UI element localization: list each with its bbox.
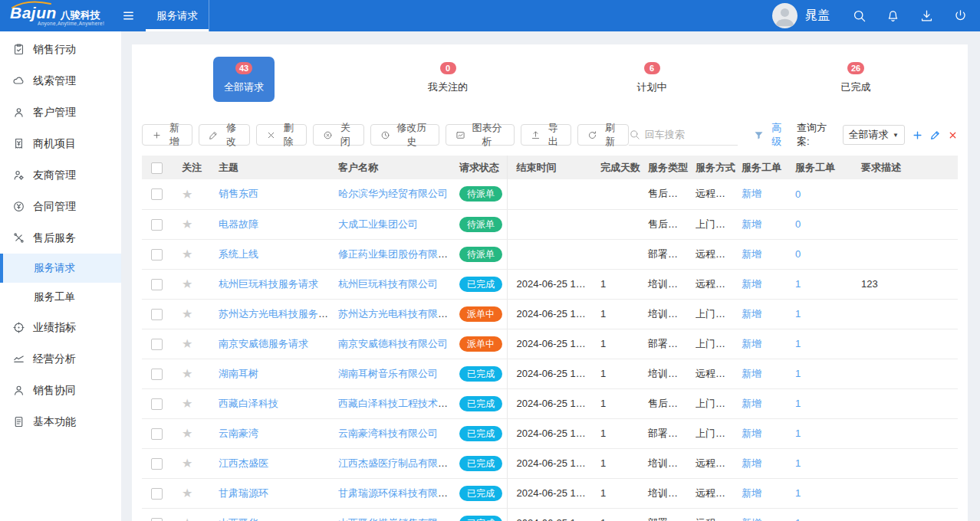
- select-all-checkbox[interactable]: [151, 162, 163, 174]
- toolbar-button-6[interactable]: 导出: [521, 124, 571, 146]
- star-icon[interactable]: ★: [182, 457, 192, 470]
- order-add-link[interactable]: 新增: [742, 428, 761, 439]
- order-add-link[interactable]: 新增: [742, 517, 761, 521]
- username[interactable]: 晁盖: [805, 8, 830, 24]
- star-icon[interactable]: ★: [182, 218, 192, 231]
- sidebar-item-10[interactable]: 基本功能: [0, 406, 121, 437]
- row-checkbox[interactable]: [151, 428, 163, 440]
- topic-link[interactable]: 南京安威德服务请求: [219, 338, 308, 349]
- star-icon[interactable]: ★: [182, 307, 192, 320]
- row-checkbox[interactable]: [151, 518, 163, 521]
- sidebar-item-6[interactable]: 售后服务: [0, 222, 121, 254]
- order-count-link[interactable]: 1: [795, 517, 801, 521]
- row-checkbox[interactable]: [151, 488, 163, 500]
- avatar[interactable]: [772, 3, 797, 28]
- delete-scheme-icon[interactable]: [948, 130, 958, 140]
- request-tab-1[interactable]: 0我关注的: [346, 57, 550, 110]
- power-icon[interactable]: [952, 8, 968, 24]
- add-scheme-icon[interactable]: [912, 129, 923, 141]
- menu-toggle-icon[interactable]: [115, 0, 141, 31]
- topic-link[interactable]: 苏州达方光电科技服务请求: [219, 308, 329, 319]
- star-icon[interactable]: ★: [182, 427, 192, 440]
- sidebar-subitem-6-1[interactable]: 服务工单: [0, 283, 121, 312]
- customer-link[interactable]: 甘肃瑞源环保科技有限公司: [338, 487, 450, 499]
- bell-icon[interactable]: [885, 8, 900, 24]
- sidebar-item-9[interactable]: 销售协同: [0, 375, 121, 406]
- order-count-link[interactable]: 1: [795, 368, 801, 379]
- customer-link[interactable]: 云南豪湾科技有限公司: [338, 428, 438, 439]
- customer-link[interactable]: 修正药业集团股份有限公司: [338, 248, 450, 260]
- order-count-link[interactable]: 0: [795, 218, 801, 230]
- row-checkbox[interactable]: [151, 188, 163, 200]
- search-input[interactable]: [645, 129, 735, 140]
- order-count-link[interactable]: 1: [795, 338, 801, 349]
- customer-link[interactable]: 湖南耳树音乐有限公司: [338, 368, 438, 379]
- row-checkbox[interactable]: [151, 339, 163, 350]
- order-count-link[interactable]: 1: [795, 457, 801, 469]
- sidebar-item-4[interactable]: 友商管理: [0, 159, 121, 191]
- star-icon[interactable]: ★: [182, 247, 192, 260]
- request-tab-3[interactable]: 26已完成: [754, 57, 958, 110]
- sidebar-item-3[interactable]: 商机项目: [0, 128, 121, 159]
- row-checkbox[interactable]: [151, 219, 163, 231]
- toolbar-button-5[interactable]: 图表分析: [446, 124, 515, 146]
- topic-link[interactable]: 江西杰盛医: [219, 457, 268, 469]
- topic-link[interactable]: 云南豪湾: [219, 428, 258, 439]
- customer-link[interactable]: 哈尔滨华为经贸有限公司: [338, 188, 448, 199]
- sidebar-item-8[interactable]: 经营分析: [0, 343, 121, 375]
- order-count-link[interactable]: 1: [795, 398, 801, 409]
- customer-link[interactable]: 江西杰盛医疗制品有限公司: [338, 457, 450, 469]
- row-checkbox[interactable]: [151, 309, 163, 320]
- sidebar-item-5[interactable]: 合同管理: [0, 191, 121, 222]
- star-icon[interactable]: ★: [182, 277, 192, 290]
- toolbar-button-1[interactable]: 修改: [199, 124, 249, 146]
- request-tab-0[interactable]: 43全部请求: [142, 57, 346, 110]
- toolbar-button-0[interactable]: 新增: [142, 124, 192, 146]
- order-add-link[interactable]: 新增: [742, 398, 761, 409]
- star-icon[interactable]: ★: [182, 397, 192, 410]
- topic-link[interactable]: 系统上线: [219, 248, 258, 260]
- edit-scheme-icon[interactable]: [930, 129, 941, 140]
- order-add-link[interactable]: 新增: [742, 248, 761, 260]
- topic-link[interactable]: 山西晋华: [219, 517, 258, 521]
- order-count-link[interactable]: 1: [795, 487, 801, 499]
- topic-link[interactable]: 湖南耳树: [219, 368, 258, 379]
- scheme-select[interactable]: 全部请求 ▼: [843, 125, 905, 145]
- order-add-link[interactable]: 新增: [742, 368, 761, 379]
- order-add-link[interactable]: 新增: [742, 308, 761, 319]
- row-checkbox[interactable]: [151, 369, 163, 380]
- customer-link[interactable]: 西藏白泽科技工程技术有...: [338, 398, 450, 409]
- sidebar-item-1[interactable]: 线索管理: [0, 65, 121, 97]
- star-icon[interactable]: ★: [182, 487, 192, 500]
- order-add-link[interactable]: 新增: [742, 218, 761, 230]
- order-count-link[interactable]: 1: [795, 308, 801, 319]
- search-icon[interactable]: [851, 8, 867, 24]
- order-count-link[interactable]: 1: [795, 428, 801, 439]
- sidebar-item-7[interactable]: 业绩指标: [0, 312, 121, 343]
- order-count-link[interactable]: 0: [795, 188, 801, 200]
- toolbar-button-7[interactable]: 刷新: [577, 124, 628, 146]
- star-icon[interactable]: ★: [182, 188, 192, 201]
- topic-link[interactable]: 西藏白泽科技: [219, 398, 278, 409]
- star-icon[interactable]: ★: [182, 337, 192, 350]
- order-add-link[interactable]: 新增: [742, 457, 761, 469]
- toolbar-button-3[interactable]: 关闭: [313, 124, 363, 146]
- star-icon[interactable]: ★: [182, 516, 192, 521]
- order-count-link[interactable]: 1: [795, 278, 801, 290]
- customer-link[interactable]: 杭州巨玩科技有限公司: [338, 278, 438, 290]
- sidebar-item-2[interactable]: 客户管理: [0, 97, 121, 128]
- star-icon[interactable]: ★: [182, 367, 192, 380]
- row-checkbox[interactable]: [151, 249, 163, 260]
- toolbar-button-2[interactable]: 删除: [256, 124, 307, 146]
- row-checkbox[interactable]: [151, 279, 163, 290]
- request-tab-2[interactable]: 6计划中: [550, 57, 754, 110]
- customer-link[interactable]: 大成工业集团公司: [338, 218, 418, 230]
- customer-link[interactable]: 苏州达方光电科技有限公司: [338, 308, 450, 319]
- customer-link[interactable]: 山西晋华煤炭销售有限公司: [338, 517, 450, 521]
- sidebar-subitem-6-0[interactable]: 服务请求: [0, 254, 121, 283]
- order-add-link[interactable]: 新增: [742, 487, 761, 499]
- filter-icon[interactable]: [753, 129, 765, 141]
- order-add-link[interactable]: 新增: [742, 338, 761, 349]
- topic-link[interactable]: 甘肃瑞源环: [219, 487, 268, 499]
- topic-link[interactable]: 销售东西: [219, 188, 258, 199]
